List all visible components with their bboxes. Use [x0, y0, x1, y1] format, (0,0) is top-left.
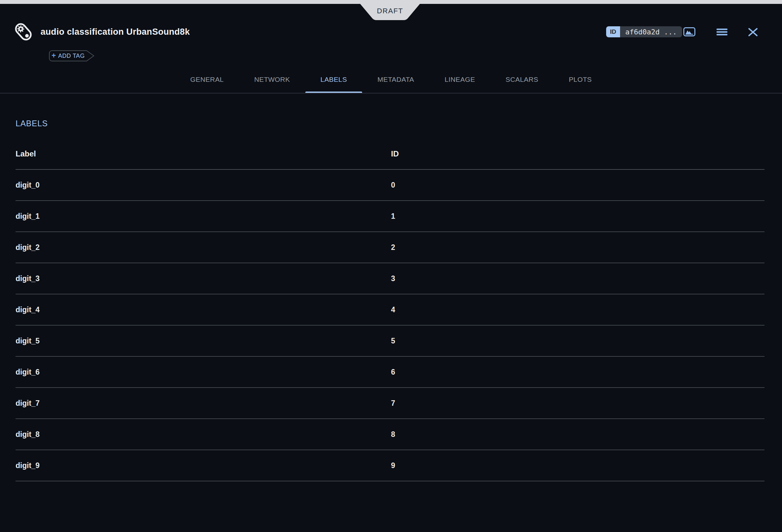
- plus-icon: +: [51, 52, 56, 60]
- table-row: digit_66: [15, 357, 765, 388]
- section-title: LABELS: [15, 119, 48, 128]
- id-cell: 1: [391, 212, 765, 221]
- tab-network[interactable]: NETWORK: [239, 66, 305, 93]
- id-badge[interactable]: ID af6d0a2d ...: [606, 26, 682, 37]
- id-cell: 5: [391, 336, 765, 345]
- close-icon: [748, 28, 758, 36]
- table-row: digit_55: [15, 326, 765, 357]
- label-cell: digit_8: [15, 430, 391, 439]
- id-badge-label: ID: [606, 26, 620, 37]
- label-cell: digit_9: [15, 461, 391, 470]
- labels-table: Label ID digit_00digit_11digit_22digit_3…: [15, 139, 765, 482]
- label-cell: digit_3: [15, 274, 391, 283]
- column-header-label: Label: [15, 149, 391, 158]
- table-row: digit_77: [15, 388, 765, 419]
- table-row: digit_22: [15, 232, 765, 263]
- table-row: digit_11: [15, 201, 765, 232]
- page-title: audio classification UrbanSound8k: [41, 25, 190, 38]
- label-cell: digit_7: [15, 399, 391, 408]
- id-cell: 9: [391, 461, 765, 470]
- tab-labels[interactable]: LABELS: [305, 66, 362, 93]
- add-tag-button[interactable]: + ADD TAG: [49, 50, 95, 62]
- menu-button[interactable]: [716, 29, 727, 35]
- id-cell: 6: [391, 368, 765, 377]
- tab-general[interactable]: GENERAL: [175, 66, 239, 93]
- tab-plots[interactable]: PLOTS: [554, 66, 607, 93]
- column-header-id: ID: [391, 149, 765, 158]
- id-cell: 0: [391, 181, 765, 189]
- label-cell: digit_2: [15, 243, 391, 252]
- tab-lineage[interactable]: LINEAGE: [429, 66, 490, 93]
- hamburger-menu-icon: [716, 29, 727, 35]
- id-cell: 8: [391, 430, 765, 439]
- tab-scalars[interactable]: SCALARS: [490, 66, 554, 93]
- table-row: digit_33: [15, 263, 765, 294]
- image-icon: [683, 27, 696, 36]
- table-row: digit_99: [15, 450, 765, 482]
- label-cell: digit_1: [15, 212, 391, 221]
- label-cell: digit_0: [15, 181, 391, 189]
- label-cell: digit_5: [15, 336, 391, 345]
- model-icon: [15, 22, 32, 43]
- tabs-divider: [0, 93, 782, 94]
- tab-metadata[interactable]: METADATA: [362, 66, 429, 93]
- labels-table-body: digit_00digit_11digit_22digit_33digit_44…: [15, 170, 765, 482]
- table-header-row: Label ID: [15, 139, 765, 170]
- label-cell: digit_6: [15, 368, 391, 377]
- close-button[interactable]: [748, 28, 758, 36]
- image-preview-button[interactable]: [683, 27, 696, 36]
- id-cell: 2: [391, 243, 765, 252]
- id-cell: 7: [391, 399, 765, 408]
- draft-status-badge: DRAFT: [360, 4, 420, 20]
- id-cell: 4: [391, 306, 765, 314]
- table-row: digit_44: [15, 294, 765, 326]
- tabs: GENERALNETWORKLABELSMETADATALINEAGESCALA…: [0, 66, 782, 93]
- table-row: digit_00: [15, 170, 765, 201]
- top-status-bar: [0, 0, 782, 4]
- status-badge: DRAFT: [360, 4, 420, 18]
- id-cell: 3: [391, 274, 765, 283]
- label-cell: digit_4: [15, 306, 391, 314]
- id-badge-value: af6d0a2d ...: [620, 26, 682, 37]
- table-row: digit_88: [15, 419, 765, 450]
- add-tag-label: ADD TAG: [58, 52, 85, 60]
